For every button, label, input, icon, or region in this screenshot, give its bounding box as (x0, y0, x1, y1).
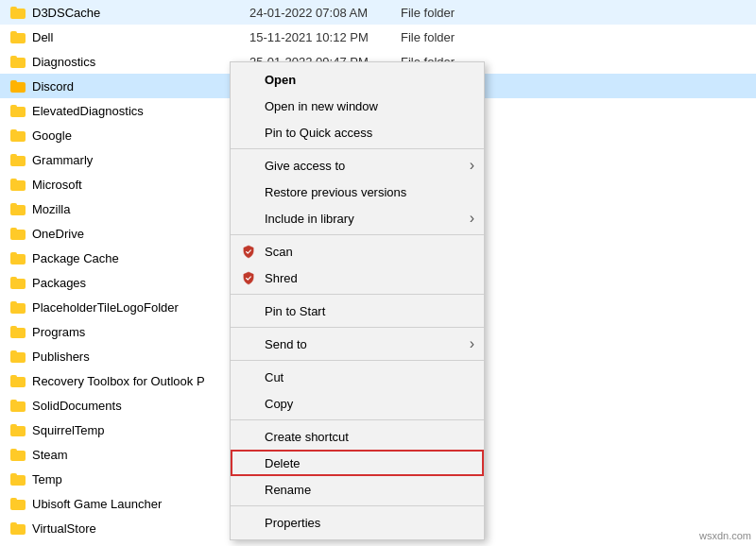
folder-icon (9, 299, 26, 316)
menu-item-pin-to-quick-access[interactable]: Pin to Quick access (231, 119, 484, 145)
folder-icon (9, 397, 26, 414)
menu-item-copy[interactable]: Copy (231, 390, 484, 417)
folder-icon (9, 274, 26, 291)
menu-item-label: Restore previous versions (265, 185, 406, 199)
menu-item-create-shortcut[interactable]: Create shortcut (231, 423, 484, 450)
file-name: Programs (32, 325, 249, 339)
file-name: Discord (32, 79, 249, 94)
menu-separator (231, 294, 484, 295)
file-date: 15-11-2021 10:12 PM (249, 30, 401, 44)
menu-item-send-to[interactable]: Send to (231, 331, 484, 357)
menu-separator (231, 419, 484, 420)
menu-item-open-in-new-window[interactable]: Open in new window (231, 93, 484, 119)
menu-item-pin-to-start[interactable]: Pin to Start (231, 298, 484, 324)
file-name: Mozilla (32, 202, 249, 216)
folder-icon (9, 77, 26, 94)
file-item[interactable]: D3DSCache24-01-2022 07:08 AMFile folder (0, 0, 756, 25)
menu-separator (231, 327, 484, 328)
folder-icon (9, 151, 26, 168)
menu-item-label: Rename (265, 483, 311, 497)
menu-item-label: Properties (265, 516, 320, 530)
file-name: Diagnostics (32, 55, 249, 69)
file-name: SolidDocuments (32, 399, 249, 413)
folder-icon (9, 225, 26, 242)
file-name: Grammarly (32, 153, 249, 167)
file-name: Microsoft (32, 178, 249, 192)
folder-icon (9, 28, 26, 45)
menu-item-label: Pin to Start (265, 304, 325, 318)
folder-icon (9, 249, 26, 266)
file-name: Recovery Toolbox for Outlook P (32, 374, 249, 388)
folder-icon (9, 127, 26, 144)
mcafee-shield-icon (240, 269, 257, 286)
menu-item-scan[interactable]: Scan (231, 238, 484, 264)
mcafee-shield-icon (240, 243, 257, 260)
folder-icon (9, 470, 26, 487)
folder-icon (9, 323, 26, 340)
menu-item-label: Include in library (265, 212, 354, 226)
file-name: Temp (32, 472, 249, 486)
file-name: OneDrive (32, 227, 249, 241)
folder-icon (9, 348, 26, 365)
menu-separator (231, 360, 484, 361)
file-name: VirtualStore (32, 521, 249, 536)
menu-item-label: Send to (265, 337, 307, 351)
file-name: Dell (32, 30, 249, 44)
menu-item-open[interactable]: Open (231, 66, 484, 93)
menu-separator (231, 148, 484, 149)
file-date: 24-01-2022 07:08 AM (249, 6, 401, 20)
menu-item-label: Create shortcut (265, 430, 349, 444)
file-name: Package Cache (32, 251, 249, 265)
menu-item-include-in-library[interactable]: Include in library (231, 205, 484, 231)
menu-separator (231, 234, 484, 235)
file-name: Steam (32, 448, 249, 462)
folder-icon (9, 495, 26, 512)
menu-separator (231, 505, 484, 506)
folder-icon (9, 446, 26, 463)
menu-item-give-access-to[interactable]: Give access to (231, 152, 484, 179)
folder-icon (9, 421, 26, 438)
folder-icon (9, 176, 26, 193)
folder-icon (9, 4, 26, 21)
folder-icon (9, 372, 26, 389)
menu-item-label: Scan (265, 245, 293, 259)
menu-item-cut[interactable]: Cut (231, 364, 484, 390)
file-name: SquirrelTemp (32, 423, 249, 437)
file-name: Ubisoft Game Launcher (32, 497, 249, 511)
menu-item-shred[interactable]: Shred (231, 264, 484, 291)
menu-item-label: Shred (265, 271, 298, 285)
folder-icon (9, 53, 26, 70)
menu-item-restore-previous-versions[interactable]: Restore previous versions (231, 179, 484, 205)
file-name: Google (32, 128, 249, 143)
menu-item-label: Cut (265, 370, 284, 384)
menu-item-label: Pin to Quick access (265, 126, 372, 140)
file-item[interactable]: WhatsAppolder (0, 540, 756, 546)
watermark: wsxdn.com (699, 530, 751, 541)
menu-item-rename[interactable]: Rename (231, 476, 484, 503)
file-item[interactable]: Dell15-11-2021 10:12 PMFile folder (0, 25, 756, 49)
menu-item-label: Open in new window (265, 99, 378, 113)
folder-icon (9, 520, 26, 537)
menu-item-delete[interactable]: Delete (231, 450, 484, 476)
folder-icon (9, 200, 26, 217)
file-type: File folder (401, 30, 747, 44)
context-menu: OpenOpen in new windowPin to Quick acces… (230, 61, 485, 540)
file-name: Packages (32, 276, 249, 290)
menu-item-label: Copy (265, 397, 293, 411)
folder-icon (9, 102, 26, 119)
menu-item-label: Open (265, 73, 296, 87)
file-name: PlaceholderTileLogoFolder (32, 300, 249, 315)
menu-item-label: Give access to (265, 159, 345, 173)
menu-item-label: Delete (265, 456, 301, 470)
file-name: D3DSCache (32, 6, 249, 20)
file-name: ElevatedDiagnostics (32, 104, 249, 118)
file-name: Publishers (32, 350, 249, 364)
file-type: File folder (401, 6, 747, 20)
menu-item-properties[interactable]: Properties (231, 509, 484, 536)
